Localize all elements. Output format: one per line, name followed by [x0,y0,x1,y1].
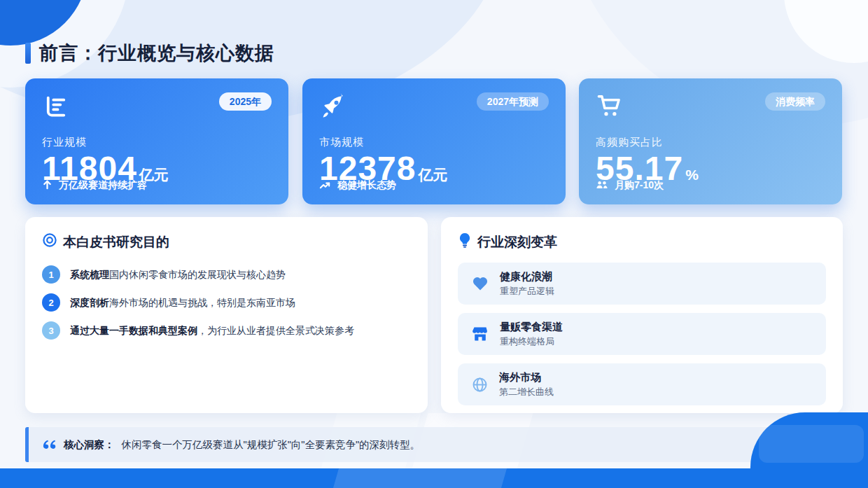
stat-label: 高频购买占比 [596,136,825,149]
stat-badge: 消费频率 [765,92,825,111]
users-icon [596,180,608,192]
stat-footer-text: 稳健增长态势 [337,179,396,192]
footer-light-band [333,468,507,488]
footer-right-blob [750,412,868,488]
insight-text: 休闲零食一个万亿级赛道从"规模扩张"向"全要素竞争"的深刻转型。 [122,438,421,452]
quote-icon [43,440,57,450]
research-purpose-card: 本白皮书研究目的 1 系统梳理国内休闲零食市场的发展现状与核心趋势 2 深度剖析… [25,217,428,413]
stat-unit: % [685,167,699,183]
footer-bar [0,468,868,488]
stat-badge: 2025年 [219,92,272,111]
purpose-item-keyword: 深度剖析 [70,297,109,308]
change-subtitle: 第二增长曲线 [499,386,554,398]
item-number-badge: 1 [42,265,60,284]
stat-card-industry-scale: 2025年 行业规模 11804 亿元 万亿级赛道持续扩容 [25,78,288,204]
core-insight-bar: 核心洞察： 休闲零食一个万亿级赛道从"规模扩张"向"全要素竞争"的深刻转型。 [25,427,843,462]
stat-badge: 2027年预测 [477,92,549,111]
purpose-item-text: 国内休闲零食市场的发展现状与核心趋势 [109,269,286,280]
stat-card-market-scale: 2027年预测 市场规模 12378 亿元 稳健增长态势 [302,78,566,204]
stat-unit: 亿元 [418,165,447,185]
slide-canvas: 前言：行业概览与核心数据 2025年 行业规模 11804 亿元 万亿级赛道持续 [0,0,868,488]
purpose-item: 1 系统梳理国内休闲零食市场的发展现状与核心趋势 [42,265,411,284]
purpose-item-keyword: 通过大量一手数据和典型案例 [70,325,197,336]
background-blue-circle [0,0,88,46]
item-number-badge: 3 [42,321,60,340]
purpose-item-keyword: 系统梳理 [70,269,109,280]
globe-icon [472,377,488,393]
cart-icon [596,92,624,120]
bullseye-icon [42,232,57,251]
change-subtitle: 重塑产品逻辑 [500,285,554,298]
item-number-badge: 2 [42,293,60,312]
purpose-item: 3 通过大量一手数据和典型案例，为行业从业者提供全景式决策参考 [42,321,411,340]
title-accent-bar [25,43,31,64]
insight-label: 核心洞察： [64,438,115,452]
change-title: 量贩零食渠道 [500,321,563,334]
arrow-up-icon [42,179,52,192]
stat-label: 市场规模 [319,136,549,149]
change-row-overseas: 海外市场 第二增长曲线 [458,363,826,405]
industry-changes-card: 行业深刻变革 健康化浪潮 重塑产品逻辑 [441,217,843,413]
panel-title-text: 行业深刻变革 [477,233,557,251]
bar-chart-icon [42,92,70,120]
rocket-icon [319,92,347,120]
store-icon [472,326,489,342]
page-header: 前言：行业概览与核心数据 [25,41,274,66]
change-row-discount-retail: 量贩零食渠道 重构终端格局 [458,313,826,355]
stat-label: 行业规模 [42,136,272,149]
stat-footer-text: 万亿级赛道持续扩容 [59,179,147,192]
stat-card-purchase-frequency: 消费频率 高频购买占比 55.17 % 月购7-10次 [579,78,842,204]
page-title: 前言：行业概览与核心数据 [39,41,274,66]
panel-title-text: 本白皮书研究目的 [63,233,169,251]
stat-footer-text: 月购7-10次 [615,179,664,192]
change-subtitle: 重构终端格局 [500,335,563,348]
change-row-health: 健康化浪潮 重塑产品逻辑 [458,263,826,305]
purpose-item: 2 深度剖析海外市场的机遇与挑战，特别是东南亚市场 [42,293,411,312]
heart-icon [472,276,489,291]
trend-up-icon [319,180,331,192]
lightbulb-icon [458,232,472,251]
change-title: 健康化浪潮 [500,270,554,284]
purpose-item-text: 海外市场的机遇与挑战，特别是东南亚市场 [109,297,295,308]
purpose-item-text: ，为行业从业者提供全景式决策参考 [197,325,354,336]
footer-blob-highlight [759,425,864,463]
background-white-circle [784,0,868,63]
change-title: 海外市场 [499,371,554,384]
